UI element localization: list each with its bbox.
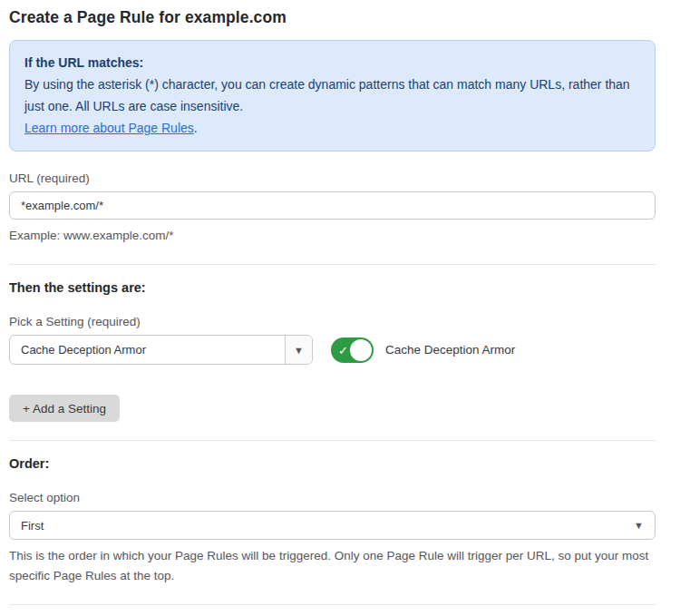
toggle-knob <box>350 339 372 361</box>
setting-dropdown[interactable]: Cache Deception Armor ▼ <box>9 335 313 365</box>
url-field-label: URL (required) <box>9 171 656 185</box>
order-section-heading: Order: <box>9 456 656 471</box>
setting-toggle[interactable]: ✓ <box>331 337 374 363</box>
chevron-down-icon: ▼ <box>634 520 644 531</box>
setting-dropdown-value: Cache Deception Armor <box>10 336 285 364</box>
url-input[interactable] <box>9 191 656 220</box>
divider <box>9 440 656 441</box>
add-setting-button[interactable]: + Add a Setting <box>9 395 120 422</box>
divider <box>9 264 656 265</box>
setting-toggle-label: Cache Deception Armor <box>385 343 515 357</box>
setting-dropdown-arrow-button[interactable]: ▼ <box>285 336 312 364</box>
url-example-text: Example: www.example.com/* <box>9 226 656 246</box>
divider <box>9 604 656 605</box>
check-icon: ✓ <box>338 344 348 356</box>
learn-more-link[interactable]: Learn more about Page Rules <box>24 121 194 135</box>
order-dropdown-value: First <box>21 519 634 533</box>
link-period: . <box>194 121 198 135</box>
order-help-text: This is the order in which your Page Rul… <box>9 546 656 586</box>
page-title: Create a Page Rule for example.com <box>9 8 656 27</box>
page-rule-form: Create a Page Rule for example.com If th… <box>9 0 656 616</box>
url-match-info-box: If the URL matches: By using the asteris… <box>9 40 656 152</box>
info-box-link-line: Learn more about Page Rules. <box>24 117 640 139</box>
info-box-heading: If the URL matches: <box>24 52 640 73</box>
chevron-down-icon: ▼ <box>294 345 304 356</box>
order-dropdown[interactable]: First ▼ <box>9 511 656 540</box>
setting-row: Cache Deception Armor ▼ ✓ Cache Deceptio… <box>9 335 656 365</box>
order-select-label: Select option <box>9 491 656 504</box>
info-box-body: By using the asterisk (*) character, you… <box>24 73 640 117</box>
settings-section-heading: Then the settings are: <box>9 280 656 295</box>
pick-setting-label: Pick a Setting (required) <box>9 315 656 328</box>
